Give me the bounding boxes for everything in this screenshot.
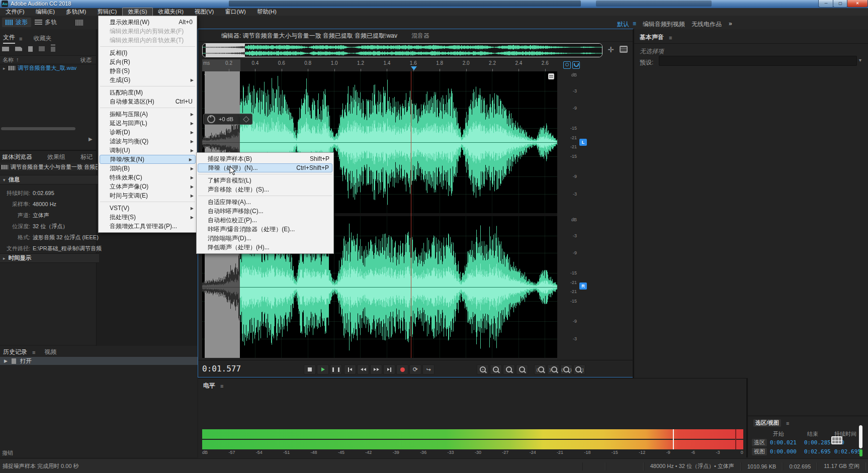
column-status[interactable]: 状态 bbox=[80, 56, 92, 64]
stop-button[interactable] bbox=[304, 364, 316, 374]
playhead-handle[interactable] bbox=[411, 66, 417, 70]
preview-play-icon[interactable]: ▶ bbox=[89, 136, 93, 142]
menu-item-reverse[interactable]: 反向(R) bbox=[99, 57, 197, 66]
menu-item-generate[interactable]: 生成(G)▶ bbox=[99, 75, 197, 84]
workspace-radio[interactable]: 无线电作品 bbox=[691, 20, 722, 29]
column-name[interactable]: 名称 bbox=[3, 56, 14, 64]
files-h-scrollbar[interactable] bbox=[1, 127, 75, 130]
tab-mixer[interactable]: 混音器 bbox=[411, 32, 429, 40]
menu-item-show-effects-rack[interactable]: 显示效果组(W)Alt+0 bbox=[99, 18, 197, 27]
submenu-item-capture-noise-print[interactable]: 捕捉噪声样本(B)Shift+P bbox=[197, 154, 333, 163]
playhead-line[interactable] bbox=[411, 71, 411, 358]
menu-view[interactable]: 视图(V) bbox=[189, 8, 219, 16]
menu-favorites[interactable]: 收藏夹(R) bbox=[153, 8, 189, 16]
snap-icon[interactable] bbox=[572, 61, 580, 69]
view-duration[interactable]: 0:02.695 bbox=[834, 448, 861, 455]
zoom-in-button[interactable]: + bbox=[477, 364, 489, 374]
menu-multitrack[interactable]: 多轨(M) bbox=[60, 8, 92, 16]
preset-chevron-icon[interactable]: ▾ bbox=[859, 57, 861, 63]
timeline-ruler[interactable]: ms0.20.40.60.81.01.21.41.61.82.02.22.42.… bbox=[202, 59, 557, 72]
loop-playback-button[interactable]: ⟳ bbox=[409, 364, 421, 374]
menu-item-batch-process[interactable]: 批处理(S)▶ bbox=[99, 213, 197, 222]
history-item-open[interactable]: ▶ 打开 bbox=[0, 357, 201, 365]
menu-item-noise-reduction[interactable]: 降噪/恢复(N)▶ bbox=[100, 155, 196, 164]
menu-item-auto-heal[interactable]: 自动修复选区(H)Ctrl+U bbox=[99, 97, 197, 106]
channel-menu-chevron-icon[interactable]: ▾ bbox=[204, 72, 207, 77]
tab-favorites[interactable]: 收藏夹 bbox=[33, 34, 51, 43]
hud-pin-icon[interactable] bbox=[243, 116, 249, 123]
menu-item-stereo-imagery[interactable]: 立体声声像(O)▶ bbox=[99, 182, 197, 191]
submenu-item-dehummer[interactable]: 消除嗡嗡声(D)... bbox=[197, 234, 333, 243]
transport-time[interactable]: 0:01.577 bbox=[202, 364, 241, 373]
editor-panel-menu-icon[interactable]: ≡ bbox=[383, 32, 386, 38]
view-end[interactable]: 0:02.695 bbox=[804, 448, 831, 455]
menu-item-vst[interactable]: VST(V)▶ bbox=[99, 204, 197, 213]
submenu-item-noise-reduction-process[interactable]: 降噪（处理）(N)...Ctrl+Shift+P bbox=[198, 163, 332, 172]
levels-panel-menu-icon[interactable]: ≡ bbox=[220, 383, 223, 389]
selection-end[interactable]: 0:00.285 bbox=[804, 439, 831, 446]
play-button[interactable] bbox=[317, 364, 329, 374]
import-file-icon[interactable] bbox=[15, 47, 22, 51]
submenu-item-auto-click-remover[interactable]: 自动咔嗒声移除(C)... bbox=[197, 207, 333, 216]
tab-markers[interactable]: 标记 bbox=[80, 153, 93, 161]
channel-right-badge[interactable]: R bbox=[579, 282, 587, 290]
menu-item-modulation[interactable]: 调制(U)▶ bbox=[99, 146, 197, 155]
menu-item-amplitude-compression[interactable]: 振幅与压限(A)▶ bbox=[99, 110, 197, 119]
tab-effects-rack[interactable]: 效果组 bbox=[47, 153, 65, 161]
panel-scrollbar[interactable] bbox=[859, 425, 862, 448]
submenu-item-auto-phase-correction[interactable]: 自动相位校正(P)... bbox=[197, 216, 333, 225]
zoom-full-icon[interactable]: ✛ bbox=[606, 45, 615, 54]
essential-sound-menu-icon[interactable]: ≡ bbox=[669, 35, 672, 41]
workspace-overflow-button[interactable]: » bbox=[729, 20, 732, 27]
selection-view-menu-icon[interactable]: ≡ bbox=[786, 420, 789, 426]
view-start[interactable]: 0:00.000 bbox=[770, 448, 797, 455]
skip-to-start-button[interactable] bbox=[344, 364, 356, 374]
info-section-header[interactable]: ▾ 信息 bbox=[0, 175, 99, 184]
menu-item-special[interactable]: 特殊效果(C)▶ bbox=[99, 173, 197, 182]
preset-dropdown[interactable] bbox=[659, 56, 857, 66]
menu-item-silence[interactable]: 静音(S) bbox=[99, 66, 197, 75]
insert-multitrack-icon[interactable] bbox=[39, 46, 45, 51]
history-panel-menu-icon[interactable]: ≡ bbox=[32, 349, 35, 355]
new-file-icon[interactable] bbox=[28, 46, 33, 52]
workspace-menu-icon[interactable]: ≡ bbox=[633, 20, 636, 27]
selection-start[interactable]: 0:00.021 bbox=[770, 439, 797, 446]
menu-item-match-loudness[interactable]: 匹配响度(M) bbox=[99, 88, 197, 97]
menu-item-plugin-manager[interactable]: 音频增效工具管理器(P)... bbox=[99, 222, 197, 231]
tab-editor[interactable]: 编辑器: 调节音频音量大小与音量一致 音频已提取 音频已提取.wav bbox=[221, 32, 397, 40]
skip-selection-button[interactable]: ↪ bbox=[422, 364, 435, 374]
tab-video[interactable]: 视频 bbox=[44, 348, 56, 356]
zoom-selection-button[interactable]: {} bbox=[560, 364, 572, 374]
tab-files[interactable]: 文件 bbox=[3, 33, 15, 44]
fast-forward-button[interactable] bbox=[370, 364, 382, 374]
menu-effects[interactable]: 效果(S) bbox=[122, 8, 152, 16]
zoom-out-time-button[interactable] bbox=[516, 364, 528, 374]
clip-title-row[interactable]: 调节音频音量大小与音量一致 音频已 bbox=[0, 163, 98, 171]
zoom-sel-in-point-button[interactable]: { bbox=[534, 364, 546, 374]
spectral-display-toggle[interactable] bbox=[72, 18, 87, 27]
time-display-section-header[interactable]: ▸ 时间显示 bbox=[0, 253, 99, 263]
files-panel-menu-icon[interactable]: ≡ bbox=[19, 36, 22, 42]
expand-icon[interactable]: ▸ bbox=[3, 66, 6, 71]
minimize-button[interactable]: ─ bbox=[818, 0, 834, 8]
zoom-reset-button[interactable]: ] bbox=[573, 364, 585, 374]
channel-left-badge[interactable]: L bbox=[579, 139, 587, 146]
lock-playhead-icon[interactable] bbox=[563, 61, 571, 69]
tab-media-browser[interactable]: 媒体浏览器 bbox=[2, 153, 32, 161]
waveform-view-button[interactable]: 波形 bbox=[2, 18, 31, 27]
maximize-button[interactable]: ▢ bbox=[833, 0, 848, 8]
overview-strip[interactable] bbox=[202, 43, 602, 57]
submenu-item-sound-remover[interactable]: 声音移除（处理）(S)... bbox=[197, 185, 333, 194]
submenu-item-click-pop-eliminator[interactable]: 咔嗒声/爆音消除器（处理）(E)... bbox=[197, 225, 333, 234]
menu-item-reverb[interactable]: 混响(B)▶ bbox=[99, 164, 197, 173]
menu-item-invert[interactable]: 反相(I) bbox=[99, 48, 197, 57]
multitrack-view-button[interactable]: 多轨 bbox=[31, 18, 60, 27]
file-name[interactable]: 调节音频音量大_取.wav bbox=[18, 64, 77, 72]
history-footer[interactable]: 撤销 bbox=[2, 449, 13, 457]
workspace-edit-audio-video[interactable]: 编辑音频到视频 bbox=[643, 20, 685, 29]
menu-help[interactable]: 帮助(H) bbox=[251, 8, 282, 16]
menu-item-delay-echo[interactable]: 延迟与回声(L)▶ bbox=[99, 119, 197, 128]
zoom-sel-out-point-button[interactable]: } bbox=[547, 364, 559, 374]
menu-item-diagnostics[interactable]: 诊断(D)▶ bbox=[99, 128, 197, 137]
rewind-button[interactable] bbox=[357, 364, 369, 374]
